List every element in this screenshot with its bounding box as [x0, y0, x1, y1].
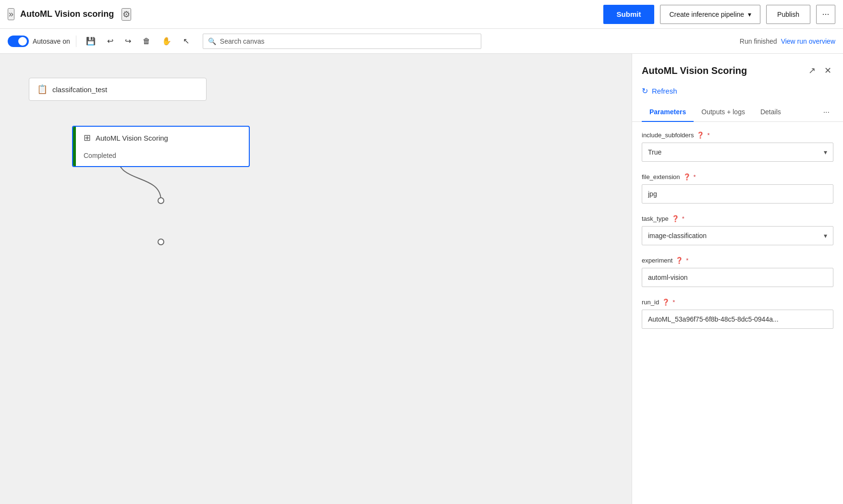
- tabs-more-icon[interactable]: ···: [819, 103, 833, 121]
- file-extension-group: file_extension ❓ *: [642, 173, 833, 204]
- file-extension-input[interactable]: [642, 184, 833, 204]
- scoring-node-status: Completed: [76, 149, 249, 166]
- scoring-node-label: AutoML Vision Scoring: [96, 134, 168, 142]
- search-canvas-input[interactable]: [220, 37, 476, 45]
- hand-tool-button[interactable]: ✋: [158, 34, 175, 48]
- experiment-label: experiment ❓ *: [642, 257, 833, 264]
- scoring-input-dot[interactable]: [158, 197, 164, 204]
- task-type-select[interactable]: image-classification ▾: [642, 226, 833, 245]
- experiment-help-icon[interactable]: ❓: [675, 257, 683, 264]
- toolbar: Autosave on 💾 ↩ ↪ 🗑 ✋ ↖ 🔍 Run finished V…: [0, 29, 843, 54]
- run-id-help-icon[interactable]: ❓: [662, 299, 670, 306]
- task-type-help-icon[interactable]: ❓: [672, 215, 679, 222]
- task-type-group: task_type ❓ * image-classification ▾: [642, 215, 833, 245]
- submit-button[interactable]: Submit: [603, 5, 655, 24]
- run-status-text: Run finished: [740, 37, 777, 45]
- panel-tabs: Parameters Outputs + logs Details ···: [632, 103, 843, 122]
- topbar-expand-button[interactable]: »: [8, 8, 14, 20]
- experiment-required: *: [686, 257, 688, 264]
- tab-outputs-logs[interactable]: Outputs + logs: [694, 103, 753, 122]
- panel-close-button[interactable]: ✕: [822, 63, 833, 78]
- undo-button[interactable]: ↩: [103, 34, 117, 48]
- autosave-toggle-group: Autosave on: [8, 36, 70, 47]
- connector-svg: [0, 54, 632, 504]
- file-extension-label: file_extension ❓ *: [642, 173, 833, 180]
- panel-expand-button[interactable]: ↗: [806, 63, 818, 78]
- autosave-label: Autosave on: [33, 37, 70, 45]
- topbar: » AutoML Vision scoring ⚙ Submit Create …: [0, 0, 843, 29]
- dataset-icon: 📋: [37, 84, 48, 95]
- refresh-row[interactable]: ↻ Refresh: [632, 83, 843, 103]
- experiment-group: experiment ❓ *: [642, 257, 833, 287]
- include-subfolders-help-icon[interactable]: ❓: [696, 132, 704, 139]
- panel-parameters-content: include_subfolders ❓ * True ▾ file_exten…: [632, 122, 843, 504]
- view-run-overview-link[interactable]: View run overview: [781, 37, 835, 45]
- experiment-input[interactable]: [642, 268, 833, 287]
- dataset-node[interactable]: 📋 classifcation_test: [29, 78, 207, 101]
- scoring-node-header: ⊞ AutoML Vision Scoring: [76, 127, 249, 149]
- scoring-node[interactable]: ⊞ AutoML Vision Scoring Completed: [72, 126, 250, 167]
- include-subfolders-label: include_subfolders ❓ *: [642, 132, 833, 139]
- save-button[interactable]: 💾: [82, 34, 99, 48]
- include-subfolders-group: include_subfolders ❓ * True ▾: [642, 132, 833, 162]
- create-inference-label: Create inference pipeline: [669, 11, 744, 18]
- tab-details[interactable]: Details: [753, 103, 789, 122]
- task-type-label: task_type ❓ *: [642, 215, 833, 222]
- redo-button[interactable]: ↪: [121, 34, 135, 48]
- task-type-required: *: [682, 215, 684, 222]
- run-id-label: run_id ❓ *: [642, 299, 833, 306]
- pipeline-title: AutoML Vision scoring: [20, 9, 114, 19]
- scoring-output-dot[interactable]: [158, 239, 164, 245]
- main-area: 📋 classifcation_test ⊞ AutoML Vision Sco…: [0, 54, 843, 504]
- more-options-button[interactable]: ···: [816, 5, 835, 24]
- scoring-node-icon: ⊞: [84, 132, 91, 143]
- dataset-node-label: classifcation_test: [52, 85, 107, 94]
- delete-button[interactable]: 🗑: [139, 34, 154, 48]
- refresh-label: Refresh: [652, 87, 677, 95]
- publish-button[interactable]: Publish: [766, 5, 810, 24]
- pipeline-canvas[interactable]: 📋 classifcation_test ⊞ AutoML Vision Sco…: [0, 54, 632, 504]
- run-id-input[interactable]: [642, 310, 833, 329]
- run-id-group: run_id ❓ *: [642, 299, 833, 329]
- toolbar-separator-1: [76, 36, 76, 47]
- panel-header: AutoML Vision Scoring ↗ ✕: [632, 54, 843, 83]
- create-inference-button[interactable]: Create inference pipeline ▾: [660, 5, 760, 24]
- right-panel: AutoML Vision Scoring ↗ ✕ ↻ Refresh Para…: [632, 54, 843, 504]
- run-id-required: *: [672, 299, 675, 306]
- search-canvas-box: 🔍: [203, 34, 481, 49]
- settings-icon[interactable]: ⚙: [122, 8, 131, 21]
- task-type-chevron-icon: ▾: [824, 232, 827, 240]
- task-type-value: image-classification: [648, 232, 707, 240]
- refresh-icon: ↻: [642, 86, 648, 96]
- include-subfolders-select[interactable]: True ▾: [642, 143, 833, 162]
- include-subfolders-chevron-icon: ▾: [824, 148, 827, 156]
- tab-parameters[interactable]: Parameters: [642, 103, 694, 122]
- include-subfolders-required: *: [707, 132, 709, 139]
- panel-title: AutoML Vision Scoring: [642, 65, 747, 76]
- pointer-tool-button[interactable]: ↖: [179, 34, 193, 48]
- inference-chevron-icon: ▾: [748, 11, 751, 18]
- panel-header-actions: ↗ ✕: [806, 63, 833, 78]
- file-extension-required: *: [694, 173, 696, 180]
- include-subfolders-value: True: [648, 148, 661, 156]
- autosave-toggle[interactable]: [8, 36, 29, 47]
- file-extension-help-icon[interactable]: ❓: [683, 173, 691, 180]
- search-icon: 🔍: [208, 37, 216, 45]
